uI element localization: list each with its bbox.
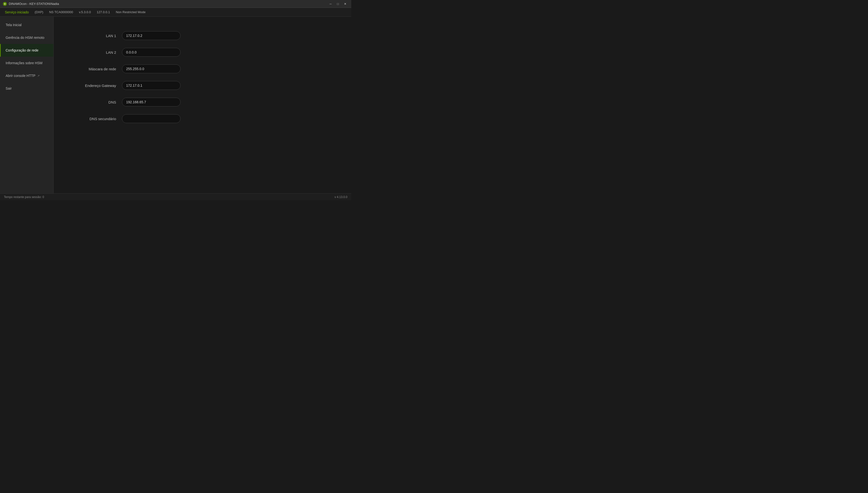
- label-dns-secundario: DNS secundário: [73, 117, 122, 121]
- form-group-lan2: LAN 2: [73, 48, 332, 57]
- input-gateway[interactable]: [122, 81, 181, 90]
- sidebar-item-gerencia-hsm[interactable]: Gerência do HSM remoto: [0, 31, 53, 44]
- version-label: v.5.3.0.0: [79, 10, 91, 14]
- input-lan1[interactable]: [122, 31, 181, 40]
- form-group-lan1: LAN 1: [73, 31, 332, 40]
- sidebar-label-sair: Sair: [6, 86, 12, 90]
- external-link-icon: ↗: [37, 74, 40, 78]
- label-dns: DNS: [73, 100, 122, 104]
- label-gateway: Endereço Gateway: [73, 84, 122, 88]
- label-mascara: Máscara de rede: [73, 67, 122, 71]
- sidebar-item-abrir-console[interactable]: Abrir console HTTP ↗: [0, 69, 53, 82]
- maximize-button[interactable]: □: [335, 1, 341, 6]
- content-area: LAN 1 LAN 2 Máscara de rede Endereço Gat…: [54, 17, 351, 193]
- close-button[interactable]: ✕: [342, 1, 348, 6]
- input-lan2[interactable]: [122, 48, 181, 57]
- title-bar: D DINAMOcon - KEY-STATION\Nadia ─ □ ✕: [0, 0, 351, 8]
- sidebar-label-tela-inicial: Tela Inicial: [6, 23, 21, 27]
- form-group-gateway: Endereço Gateway: [73, 81, 332, 90]
- input-dns-secundario[interactable]: [122, 114, 181, 123]
- sidebar: Tela Inicial Gerência do HSM remoto Conf…: [0, 17, 54, 193]
- form-group-mascara: Máscara de rede: [73, 64, 332, 73]
- sidebar-item-informacoes-hsm[interactable]: Informações sobre HSM: [0, 57, 53, 69]
- window-controls: ─ □ ✕: [327, 1, 348, 6]
- sidebar-item-sair[interactable]: Sair: [0, 82, 53, 95]
- session-timer: Tempo restante para sessão: 0: [4, 195, 44, 199]
- app-version: v 4.13.0.0: [335, 195, 347, 199]
- label-lan1: LAN 1: [73, 34, 122, 38]
- window-title: DINAMOcon - KEY-STATION\Nadia: [9, 2, 59, 6]
- minimize-button[interactable]: ─: [327, 1, 334, 6]
- sidebar-item-configuracao-rede[interactable]: Configuração de rede: [0, 44, 53, 57]
- sidebar-label-informacoes-hsm: Informações sobre HSM: [6, 61, 42, 65]
- title-bar-left: D DINAMOcon - KEY-STATION\Nadia: [3, 2, 59, 6]
- form-group-dns: DNS: [73, 98, 332, 106]
- app-icon: D: [3, 2, 7, 6]
- main-layout: Tela Inicial Gerência do HSM remoto Conf…: [0, 17, 351, 193]
- input-dns[interactable]: [122, 98, 181, 106]
- sidebar-label-gerencia-hsm: Gerência do HSM remoto: [6, 36, 44, 40]
- ns-label: NS TCA0000000: [49, 10, 73, 14]
- dxp-label: (DXP): [35, 10, 43, 14]
- service-status: Serviço iniciado: [5, 10, 29, 14]
- sidebar-label-configuracao-rede: Configuração de rede: [6, 48, 39, 52]
- status-bar-top: Serviço iniciado (DXP) NS TCA0000000 v.5…: [0, 8, 351, 17]
- form-group-dns-secundario: DNS secundário: [73, 114, 332, 123]
- sidebar-label-abrir-console: Abrir console HTTP: [6, 74, 36, 78]
- ip-label: 127.0.0.1: [97, 10, 110, 14]
- sidebar-item-tela-inicial[interactable]: Tela Inicial: [0, 19, 53, 31]
- label-lan2: LAN 2: [73, 50, 122, 55]
- status-bar-bottom: Tempo restante para sessão: 0 v 4.13.0.0: [0, 193, 351, 200]
- mode-label: Non Restricted Mode: [116, 10, 146, 14]
- input-mascara[interactable]: [122, 64, 181, 73]
